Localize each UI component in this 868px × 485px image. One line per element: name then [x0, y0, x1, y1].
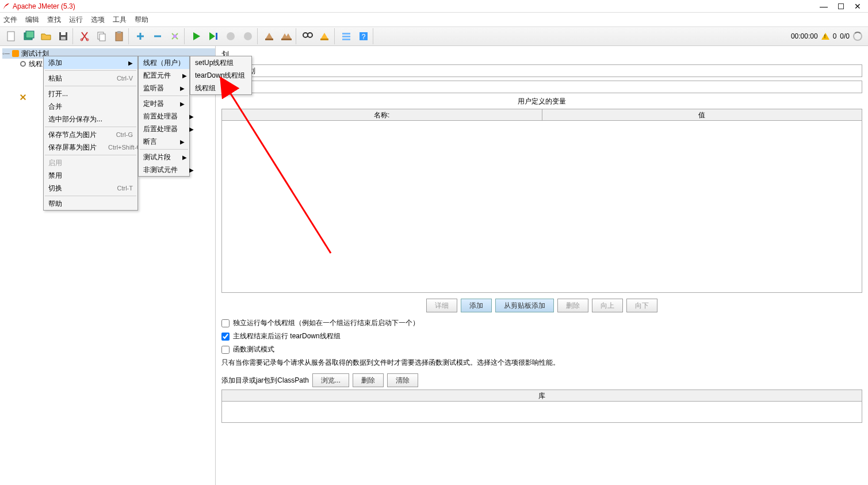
svg-point-19	[308, 33, 312, 37]
menu-file[interactable]: 文件	[3, 15, 17, 25]
submenu-item-nontest[interactable]: 非测试元件▶	[139, 163, 189, 176]
functional-mode-label: 函数测试模式	[233, 345, 274, 354]
svg-rect-22	[342, 36, 350, 37]
detail-button[interactable]: 详细	[426, 299, 457, 312]
submenu-item-listener[interactable]: 监听器▶	[139, 82, 189, 94]
close-button[interactable]: ✕	[854, 2, 861, 10]
function-helper-button[interactable]	[338, 28, 354, 44]
minimize-button[interactable]: —	[820, 2, 828, 10]
browse-button[interactable]: 浏览...	[312, 373, 349, 387]
menu-options[interactable]: 选项	[91, 15, 105, 25]
menu-edit[interactable]: 编辑	[25, 15, 39, 25]
run-serial-checkbox[interactable]	[221, 319, 230, 327]
collapse-button[interactable]	[150, 28, 166, 44]
move-up-button[interactable]: 向上	[592, 299, 623, 312]
svg-rect-21	[342, 33, 350, 35]
search-toolbar-button[interactable]	[300, 28, 316, 44]
tool-icon	[20, 94, 26, 101]
classpath-label: 添加目录或jar包到ClassPath	[221, 376, 309, 385]
copy-button[interactable]	[94, 28, 110, 44]
svg-rect-0	[7, 32, 14, 41]
submenu-threads[interactable]: setUp线程组 tearDown线程组 线程组	[190, 56, 252, 95]
vars-table[interactable]: 名称: 值	[221, 109, 862, 293]
svg-rect-4	[61, 32, 66, 35]
svg-rect-10	[116, 32, 123, 41]
clear-button[interactable]	[261, 28, 277, 44]
tree-label: 线程	[29, 59, 43, 69]
svg-point-12	[173, 35, 177, 38]
cut-button[interactable]	[77, 28, 93, 44]
svg-rect-11	[117, 31, 121, 33]
templates-button[interactable]	[21, 28, 37, 44]
add-from-clipboard-button[interactable]: 从剪贴板添加	[495, 299, 554, 312]
add-var-button[interactable]: 添加	[461, 299, 492, 312]
menu-item-merge[interactable]: 合并	[44, 100, 137, 113]
menu-item-save-screen-image[interactable]: 保存屏幕为图片Ctrl+Shift-G	[44, 141, 137, 154]
menu-run[interactable]: 运行	[69, 15, 83, 25]
submenu-add[interactable]: 线程（用户）▶ 配置元件▶ 监听器▶ 定时器▶ 前置处理器▶ 后置处理器▶ 断言…	[138, 56, 190, 177]
open-button[interactable]	[38, 28, 54, 44]
new-button[interactable]	[3, 28, 20, 44]
delete-var-button[interactable]: 删除	[557, 299, 588, 312]
submenu-item-pre[interactable]: 前置处理器▶	[139, 110, 189, 123]
move-down-button[interactable]: 向下	[626, 299, 657, 312]
name-input[interactable]	[232, 64, 862, 77]
svg-point-14	[227, 32, 235, 40]
menu-item-toggle[interactable]: 切换Ctrl-T	[44, 182, 137, 194]
save-button[interactable]	[55, 28, 71, 44]
start-no-pause-button[interactable]	[205, 28, 221, 44]
status-time: 00:00:00	[791, 32, 818, 40]
comment-input[interactable]	[232, 81, 862, 93]
toggle-button[interactable]	[167, 28, 183, 44]
submenu-item-config[interactable]: 配置元件▶	[139, 69, 189, 82]
warning-icon[interactable]	[821, 33, 829, 40]
menu-item-save-node-image[interactable]: 保存节点为图片Ctrl-G	[44, 128, 137, 141]
svg-rect-23	[342, 39, 350, 40]
svg-rect-16	[265, 39, 273, 40]
activity-indicator-icon	[853, 32, 862, 41]
clear-cp-button[interactable]: 清除	[387, 373, 418, 387]
submenu-item-thread-group[interactable]: 线程组	[190, 82, 251, 94]
app-icon	[2, 2, 10, 10]
teardown-checkbox[interactable]	[221, 333, 230, 341]
expand-button[interactable]	[132, 28, 148, 44]
reset-search-button[interactable]	[317, 28, 333, 44]
submenu-item-teardown-thread-group[interactable]: tearDown线程组	[190, 69, 251, 82]
svg-rect-20	[320, 39, 328, 40]
library-table[interactable]: 库	[221, 389, 862, 423]
submenu-item-setup-thread-group[interactable]: setUp线程组	[190, 56, 251, 69]
menu-tools[interactable]: 工具	[113, 15, 127, 25]
paste-button[interactable]	[111, 28, 127, 44]
menu-item-save-selection[interactable]: 选中部分保存为...	[44, 113, 137, 125]
vars-col-value[interactable]: 值	[542, 109, 862, 120]
submenu-item-threads[interactable]: 线程（用户）▶	[139, 56, 189, 69]
submenu-item-assert[interactable]: 断言▶	[139, 135, 189, 148]
help-toolbar-button[interactable]: ?	[355, 28, 372, 44]
stop-button[interactable]	[223, 28, 239, 44]
menu-item-add[interactable]: 添加▶	[44, 56, 137, 69]
start-button[interactable]	[188, 28, 204, 44]
menu-item-help[interactable]: 帮助	[44, 197, 137, 210]
menu-help[interactable]: 帮助	[135, 15, 148, 25]
teardown-label: 主线程结束后运行 tearDown线程组	[233, 331, 341, 341]
vars-col-name[interactable]: 名称:	[222, 109, 542, 120]
menu-item-disable[interactable]: 禁用	[44, 169, 137, 182]
svg-text:?: ?	[362, 33, 366, 41]
submenu-item-post[interactable]: 后置处理器▶	[139, 123, 189, 135]
svg-point-18	[303, 33, 308, 37]
menu-item-paste[interactable]: 粘贴Ctrl-V	[44, 72, 137, 85]
menu-item-open[interactable]: 打开...	[44, 87, 137, 100]
submenu-item-fragment[interactable]: 测试片段▶	[139, 151, 189, 163]
context-menu[interactable]: 添加▶ 粘贴Ctrl-V 打开... 合并 选中部分保存为... 保存节点为图片…	[43, 56, 138, 211]
gear-icon	[20, 60, 26, 67]
delete-cp-button[interactable]: 删除	[353, 373, 384, 387]
library-header: 库	[222, 390, 862, 402]
status-warn-count: 0	[833, 32, 837, 40]
menu-item-enable: 启用	[44, 156, 137, 169]
functional-mode-checkbox[interactable]	[221, 346, 230, 354]
submenu-item-timer[interactable]: 定时器▶	[139, 97, 189, 110]
menu-search[interactable]: 查找	[47, 15, 61, 25]
maximize-button[interactable]	[838, 3, 844, 9]
clear-all-button[interactable]	[278, 28, 295, 44]
shutdown-button[interactable]	[240, 28, 256, 44]
